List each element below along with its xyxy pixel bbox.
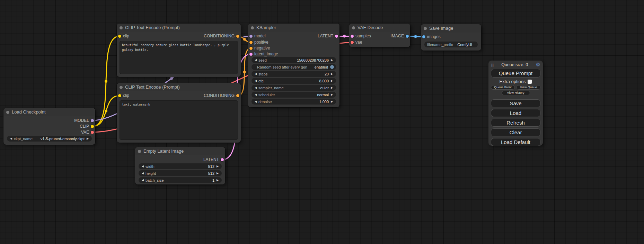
filename-prefix-widget[interactable]: filename_prefix ComfyUI [424,42,478,47]
node-collapse-dot[interactable] [120,86,123,89]
node-title-bar[interactable]: CLIP Text Encode (Prompt) [117,24,241,32]
steps-widget[interactable]: ◀ steps 20 ▶ [252,71,336,77]
positive-input-dot[interactable] [249,41,253,44]
node-collapse-dot[interactable] [138,150,141,153]
model-output-dot[interactable] [91,119,94,122]
width-widget[interactable]: ◀ width 512 ▶ [139,163,222,169]
sampler-name-widget[interactable]: ◀ sampler_name euler ▶ [252,85,336,91]
refresh-button[interactable]: Refresh [491,119,540,127]
node-collapse-dot[interactable] [424,27,427,30]
image-output-dot[interactable] [406,35,409,38]
slot-label: images [427,34,441,40]
node-empty-latent-image[interactable]: Empty Latent Image LATENT ◀ width 512 ▶ … [135,147,225,184]
conditioning-output-dot[interactable] [236,94,239,97]
seed-widget[interactable]: ◀ seed 156680208700286 ▶ [252,57,336,63]
slot-row: clip CONDITIONING [117,33,241,39]
images-input-dot[interactable] [422,35,425,38]
load-default-button[interactable]: Load Default [491,138,540,146]
latent-output-dot[interactable] [221,158,224,161]
decrement-arrow-icon[interactable]: ◀ [254,71,258,77]
node-graph-canvas[interactable]: Load Checkpoint MODEL CLIP VAE ◀ ckpt_na… [0,0,644,244]
node-title-bar[interactable]: Load Checkpoint [3,108,95,116]
batch-size-widget[interactable]: ◀ batch_size 1 ▶ [139,177,222,183]
widget-value: enabled [315,65,328,69]
node-collapse-dot[interactable] [120,26,123,29]
node-title: Save Image [429,26,453,31]
increment-arrow-icon[interactable]: ▶ [330,85,334,91]
denoise-widget[interactable]: ◀ denoise 1.000 ▶ [252,99,336,105]
node-clip-text-encode-positive[interactable]: CLIP Text Encode (Prompt) clip CONDITION… [117,24,241,77]
node-title-bar[interactable]: KSampler [248,24,339,32]
increment-arrow-icon[interactable]: ▶ [215,177,220,183]
node-title-bar[interactable]: Empty Latent Image [135,147,225,155]
decrement-arrow-icon[interactable]: ◀ [254,78,258,84]
increment-arrow-icon[interactable]: ▶ [330,78,334,84]
scheduler-widget[interactable]: ◀ scheduler normal ▶ [252,92,336,98]
node-clip-text-encode-negative[interactable]: CLIP Text Encode (Prompt) clip CONDITION… [117,83,241,143]
output-slot-model: MODEL [3,118,95,124]
decrement-arrow-icon[interactable]: ◀ [254,92,258,98]
node-save-image[interactable]: Save Image images filename_prefix ComfyU… [421,24,481,51]
save-button[interactable]: Save [491,99,540,107]
decrement-arrow-icon[interactable]: ◀ [141,163,145,169]
node-title-bar[interactable]: Save Image [421,24,481,33]
queue-prompt-button[interactable]: Queue Prompt [491,69,540,78]
node-load-checkpoint[interactable]: Load Checkpoint MODEL CLIP VAE ◀ ckpt_na… [3,108,95,145]
samples-input-dot[interactable] [351,35,354,38]
increment-arrow-icon[interactable]: ▶ [86,136,90,142]
latent-output-dot[interactable] [335,35,338,38]
widget-value: 156680208700286 [297,58,329,62]
clip-input-dot[interactable] [118,35,121,38]
node-collapse-dot[interactable] [251,26,254,29]
decrement-arrow-icon[interactable]: ◀ [254,85,258,91]
wire-midpoint-dot [343,35,346,38]
toggle-indicator-icon[interactable] [330,65,334,69]
decrement-arrow-icon[interactable]: ◀ [141,170,145,176]
drag-handle-icon[interactable]: ⣿ [491,63,494,67]
vae-output-dot[interactable] [91,131,94,134]
widget-value: 512 [208,171,214,175]
output-slot-vae: VAE [3,129,95,135]
widget-label: filename_prefix [427,43,453,47]
cfg-widget[interactable]: ◀ cfg 8.000 ▶ [252,78,336,84]
increment-arrow-icon[interactable]: ▶ [215,163,220,169]
positive-prompt-textarea[interactable]: beautiful scenery nature glass bottle la… [120,41,238,74]
slot-label: LATENT [203,157,219,163]
node-vae-decode[interactable]: VAE Decode samples IMAGE vae [349,24,410,47]
clear-button[interactable]: Clear [491,128,540,136]
ckpt-name-widget[interactable]: ◀ ckpt_name v1-5-pruned-emaonly.ckpt ▶ [7,136,92,142]
node-title-bar[interactable]: CLIP Text Encode (Prompt) [117,83,241,91]
node-collapse-dot[interactable] [6,111,9,114]
increment-arrow-icon[interactable]: ▶ [330,99,334,105]
slot-row: samples IMAGE [349,33,410,39]
model-input-dot[interactable] [249,35,253,38]
increment-arrow-icon[interactable]: ▶ [215,170,220,176]
node-title-bar[interactable]: VAE Decode [349,24,410,32]
clip-output-dot[interactable] [91,125,94,128]
latent-image-input-dot[interactable] [249,53,253,56]
queue-size-label: Queue size: 0 [494,62,536,67]
clip-input-dot[interactable] [118,94,121,97]
extra-options-checkbox[interactable] [528,80,532,84]
increment-arrow-icon[interactable]: ▶ [330,71,334,77]
height-widget[interactable]: ◀ height 512 ▶ [139,170,222,176]
queue-front-button[interactable]: Queue Front [491,85,515,90]
view-queue-button[interactable]: View Queue [517,85,540,90]
negative-input-dot[interactable] [249,47,253,50]
node-collapse-dot[interactable] [352,26,355,29]
conditioning-output-dot[interactable] [236,35,239,38]
vae-input-dot[interactable] [351,41,354,44]
decrement-arrow-icon[interactable]: ◀ [254,57,258,63]
increment-arrow-icon[interactable]: ▶ [330,92,334,98]
settings-gear-icon[interactable]: ⚙ [536,62,540,67]
increment-arrow-icon[interactable]: ▶ [330,57,334,63]
negative-prompt-textarea[interactable]: text, watermark [120,100,238,140]
view-history-button[interactable]: View History [502,91,530,95]
random-seed-toggle-widget[interactable]: Random seed after every gen enabled [252,64,336,70]
load-button[interactable]: Load [491,109,540,117]
node-ksampler[interactable]: KSampler model LATENT positive negative … [248,24,339,107]
slot-label: latent_image [254,51,278,57]
decrement-arrow-icon[interactable]: ◀ [141,177,145,183]
decrement-arrow-icon[interactable]: ◀ [9,136,13,142]
decrement-arrow-icon[interactable]: ◀ [254,99,258,105]
